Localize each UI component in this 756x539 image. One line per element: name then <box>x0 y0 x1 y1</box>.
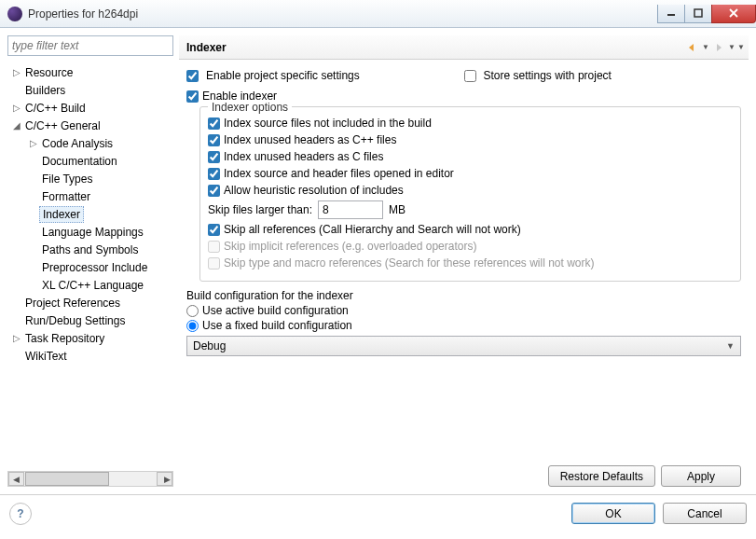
tree-item-cpp-general[interactable]: ◢C/C++ General <box>7 117 173 134</box>
skip-type-macro-refs-checkbox <box>208 257 220 270</box>
tree-label: Code Analysis <box>39 136 116 151</box>
indexer-options-legend: Indexer options <box>208 101 292 114</box>
window-titlebar: Properties for h264dpi <box>0 0 756 28</box>
skip-all-refs-label: Skip all references (Call Hierarchy and … <box>224 223 521 236</box>
chevron-down-icon: ▼ <box>726 341 735 351</box>
tree-item-file-types[interactable]: File Types <box>7 170 173 187</box>
enable-indexer-checkbox[interactable] <box>186 90 199 103</box>
tree-label: Resource <box>22 65 76 80</box>
tree-item-indexer[interactable]: Indexer <box>7 205 173 223</box>
tree-label: Formatter <box>39 189 93 204</box>
tree-horizontal-scrollbar[interactable]: ◀ ▶ <box>7 471 173 487</box>
skip-files-input[interactable] <box>318 200 383 219</box>
window-title: Properties for h264dpi <box>28 7 658 21</box>
tree-label: C/C++ General <box>22 118 103 133</box>
help-icon: ? <box>17 507 23 520</box>
tree-item-run-debug[interactable]: Run/Debug Settings <box>7 311 173 329</box>
nav-forward-icon[interactable] <box>711 40 726 55</box>
heuristic-includes-label: Allow heuristic resolution of includes <box>224 184 404 197</box>
nav-back-icon[interactable] <box>685 40 700 55</box>
pane-header: Indexer ▼ ▼ ▼ <box>179 35 749 60</box>
tree-label: Run/Debug Settings <box>22 313 128 328</box>
index-unused-c-checkbox[interactable] <box>208 151 220 163</box>
nav-back-dropdown[interactable]: ▼ <box>702 43 709 51</box>
eclipse-icon <box>7 7 22 21</box>
pane-title: Indexer <box>183 41 685 54</box>
twisty-icon[interactable]: ▷ <box>11 67 22 77</box>
nav-forward-dropdown[interactable]: ▼ <box>728 43 735 51</box>
twisty-icon[interactable]: ◢ <box>11 120 22 131</box>
nav-menu-dropdown[interactable]: ▼ <box>737 43 745 51</box>
skip-type-macro-refs-label: Skip type and macro references (Search f… <box>224 256 595 270</box>
properties-tree[interactable]: ▷Resource Builders ▷C/C++ Build ◢C/C++ G… <box>7 60 173 467</box>
store-with-project-checkbox[interactable] <box>464 70 476 82</box>
enable-project-specific-checkbox[interactable] <box>186 70 199 82</box>
close-button[interactable] <box>711 5 756 23</box>
twisty-icon[interactable]: ▷ <box>28 138 39 148</box>
twisty-icon[interactable]: ▷ <box>11 333 22 343</box>
use-fixed-label: Use a fixed build configuration <box>202 319 352 332</box>
cancel-button[interactable]: Cancel <box>663 503 747 524</box>
tree-item-paths-symbols[interactable]: Paths and Symbols <box>7 241 173 258</box>
maximize-button[interactable] <box>684 5 712 23</box>
apply-button[interactable]: Apply <box>661 465 741 487</box>
tree-item-formatter[interactable]: Formatter <box>7 187 173 205</box>
index-opened-checkbox[interactable] <box>208 168 220 180</box>
tree-label: XL C/C++ Language <box>39 278 146 293</box>
build-config-value: Debug <box>193 339 226 352</box>
tree-item-preprocessor[interactable]: Preprocessor Include <box>7 258 173 276</box>
tree-label: Builders <box>22 83 68 98</box>
tree-item-code-analysis[interactable]: ▷Code Analysis <box>7 134 173 152</box>
tree-item-language-mappings[interactable]: Language Mappings <box>7 223 173 241</box>
skip-files-label: Skip files larger than: <box>208 203 312 216</box>
index-unused-cpp-label: Index unused headers as C++ files <box>224 133 396 146</box>
tree-item-project-refs[interactable]: Project References <box>7 294 173 311</box>
tree-item-documentation[interactable]: Documentation <box>7 152 173 170</box>
tree-label: Language Mappings <box>39 225 146 240</box>
index-not-in-build-checkbox[interactable] <box>208 117 220 130</box>
scroll-left-arrow-icon[interactable]: ◀ <box>8 472 24 486</box>
tree-label: Preprocessor Include <box>39 260 150 275</box>
indexer-options-group: Indexer options Index source files not i… <box>199 106 741 282</box>
twisty-icon[interactable]: ▷ <box>11 103 22 113</box>
heuristic-includes-checkbox[interactable] <box>208 185 220 197</box>
tree-label: File Types <box>39 172 95 187</box>
help-button[interactable]: ? <box>9 503 32 525</box>
use-fixed-radio[interactable] <box>186 320 199 332</box>
settings-pane: Indexer ▼ ▼ ▼ Enable project specific se… <box>173 35 749 487</box>
window-buttons <box>658 5 756 23</box>
tree-item-resource[interactable]: ▷Resource <box>7 63 173 81</box>
tree-label: WikiText <box>22 349 70 364</box>
filter-input[interactable] <box>7 35 173 56</box>
index-not-in-build-label: Index source files not included in the b… <box>224 117 432 130</box>
dialog-footer: ? OK Cancel <box>0 494 756 532</box>
index-unused-cpp-checkbox[interactable] <box>208 134 220 146</box>
scroll-right-arrow-icon[interactable]: ▶ <box>157 472 172 486</box>
use-active-radio[interactable] <box>186 305 199 317</box>
ok-button[interactable]: OK <box>571 503 655 524</box>
skip-implicit-refs-label: Skip implicit references (e.g. overloade… <box>224 240 476 253</box>
tree-item-task-repo[interactable]: ▷Task Repository <box>7 329 173 347</box>
scroll-thumb[interactable] <box>25 472 109 486</box>
enable-project-specific-label: Enable project specific settings <box>206 69 360 82</box>
tree-item-builders[interactable]: Builders <box>7 81 173 99</box>
tree-label: Project References <box>22 296 123 311</box>
restore-defaults-button[interactable]: Restore Defaults <box>548 465 655 487</box>
build-config-select[interactable]: Debug ▼ <box>186 336 741 356</box>
tree-label: Task Repository <box>22 331 107 346</box>
skip-implicit-refs-checkbox <box>208 241 220 253</box>
skip-all-refs-checkbox[interactable] <box>208 224 220 236</box>
tree-item-wikitext[interactable]: WikiText <box>7 347 173 365</box>
tree-item-xl-cpp[interactable]: XL C/C++ Language <box>7 276 173 294</box>
minimize-button[interactable] <box>657 5 685 23</box>
store-with-project-label: Store settings with project <box>484 69 612 82</box>
build-config-label: Build configuration for the indexer <box>186 289 741 302</box>
tree-item-cpp-build[interactable]: ▷C/C++ Build <box>7 99 173 117</box>
index-unused-c-label: Index unused headers as C files <box>224 150 383 163</box>
tree-label: C/C++ Build <box>22 101 89 116</box>
tree-label: Documentation <box>39 154 120 169</box>
tree-label: Paths and Symbols <box>39 242 141 257</box>
index-opened-label: Index source and header files opened in … <box>224 167 454 180</box>
tree-panel: ▷Resource Builders ▷C/C++ Build ◢C/C++ G… <box>7 35 173 487</box>
tree-label: Indexer <box>39 206 84 223</box>
